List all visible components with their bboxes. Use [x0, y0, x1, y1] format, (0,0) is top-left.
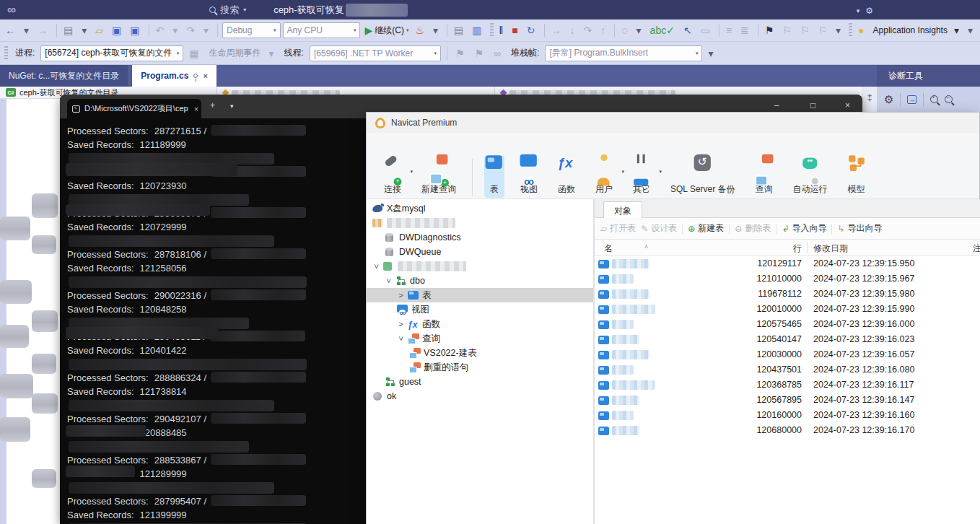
save-all-icon[interactable]: ▣: [128, 24, 144, 37]
dropdown-caret[interactable]: ▾: [952, 24, 963, 37]
pin-icon[interactable]: [193, 74, 198, 78]
stackframe-label[interactable]: 堆栈帧:: [509, 45, 541, 61]
toolbar-button[interactable]: SQL Server 备份: [666, 156, 740, 198]
overflow-caret[interactable]: ▾: [706, 47, 717, 60]
menu-item[interactable]: [417, 139, 433, 145]
table-row[interactable]: 119678112 2024-07-23 12:39:15.980: [595, 287, 980, 302]
dropdown-caret[interactable]: ▾: [170, 24, 182, 37]
zoom-out-icon[interactable]: [945, 95, 953, 103]
table-row[interactable]: 120437501 2024-07-23 12:39:16.080: [595, 362, 980, 377]
menu-item[interactable]: [48, 8, 61, 12]
stop-icon[interactable]: ■: [509, 24, 522, 37]
action-button[interactable]: ↲ 导入向导: [782, 222, 826, 235]
new-tab-icon[interactable]: +: [210, 100, 215, 110]
toolbar-button[interactable]: 自动运行: [789, 156, 832, 198]
menu-item[interactable]: [74, 8, 87, 12]
tree-item[interactable]: DWDiagnostics: [367, 230, 593, 245]
column-separator[interactable]: [807, 243, 808, 253]
dropdown-caret[interactable]: ▾: [201, 24, 213, 37]
close-icon[interactable]: ×: [203, 71, 207, 80]
dropdown-caret[interactable]: ▾: [79, 24, 91, 37]
menu-item[interactable]: [165, 8, 178, 12]
new-project-icon[interactable]: ▤: [61, 24, 77, 37]
tree-item[interactable]: 删重的语句: [367, 360, 593, 375]
step-into-icon[interactable]: ↓: [568, 24, 579, 37]
prev-bookmark-icon[interactable]: ⚐: [780, 24, 796, 37]
toolbar-button[interactable]: 模型: [844, 156, 870, 198]
column-name[interactable]: 名: [604, 243, 613, 255]
tree-item[interactable]: DWQueue: [367, 245, 593, 259]
overflow-caret[interactable]: ▾: [634, 24, 646, 37]
close-icon[interactable]: ×: [845, 100, 850, 110]
spell-check-icon[interactable]: abc✓: [648, 24, 679, 37]
dropdown-caret[interactable]: ▾: [431, 24, 442, 37]
preview-window-icon[interactable]: ▥: [470, 24, 486, 37]
restart-icon[interactable]: ↻: [525, 24, 540, 37]
vs-search-box[interactable]: 搜索 ▾: [209, 4, 246, 17]
dropdown-caret[interactable]: ▾: [22, 24, 33, 37]
splitter-handle[interactable]: ‡: [862, 87, 877, 112]
overflow-caret[interactable]: ▾: [966, 24, 977, 37]
menu-item[interactable]: [35, 8, 48, 12]
column-comment[interactable]: 注: [973, 243, 980, 255]
toolbar-button[interactable]: 函数: [554, 156, 579, 198]
menu-item[interactable]: [152, 8, 165, 12]
table-row[interactable]: 120540147 2024-07-23 12:39:16.023: [595, 332, 980, 347]
table-row[interactable]: 120575465 2024-07-23 12:39:16.000: [595, 317, 980, 332]
outdent-icon[interactable]: ≣: [738, 24, 753, 37]
terminal-tab[interactable]: D:\Microsoft\VS2022项目\cep ×: [67, 99, 201, 118]
maximize-icon[interactable]: □: [810, 100, 815, 110]
clear-bookmarks-icon[interactable]: ⚐: [815, 24, 831, 37]
action-button[interactable]: ⊕ 新建表: [688, 222, 724, 235]
table-row[interactable]: 120368785 2024-07-23 12:39:16.117: [595, 377, 980, 393]
document-tab[interactable]: Program.cs ×: [132, 65, 216, 87]
action-button[interactable]: ⊖ 删除表: [735, 222, 771, 235]
open-folder-icon[interactable]: ▱: [93, 24, 108, 37]
breakpoints-icon[interactable]: ◌: [619, 24, 631, 37]
chevron-down-icon[interactable]: ▾: [857, 7, 860, 14]
menu-item[interactable]: [369, 139, 385, 145]
hot-reload-icon[interactable]: ♨: [413, 24, 429, 37]
show-next-statement-icon[interactable]: →: [549, 24, 566, 37]
menu-item[interactable]: [87, 8, 100, 12]
navicat-titlebar[interactable]: Navicat Premium: [367, 113, 979, 133]
table-row[interactable]: 120010000 2024-07-23 12:39:15.990: [595, 302, 980, 317]
table-row[interactable]: 121010000 2024-07-23 12:39:15.967: [595, 271, 980, 287]
table-row[interactable]: 120160000 2024-07-23 12:39:16.160: [595, 408, 980, 423]
app-insights-label[interactable]: Application Insights: [871, 24, 950, 37]
toolbar-button[interactable]: 查询: [751, 156, 777, 198]
tree-item[interactable]: ˃: [367, 259, 593, 274]
tab-objects[interactable]: 对象: [603, 201, 642, 218]
lightbulb-icon[interactable]: ●: [856, 24, 868, 37]
menu-item[interactable]: [465, 139, 481, 145]
menu-item[interactable]: [178, 8, 191, 12]
menu-item[interactable]: [126, 8, 139, 12]
process-select[interactable]: [656724] ceph-获取可恢复的文件 ▾: [40, 45, 183, 61]
tree-item[interactable]: VS2022-建表: [367, 346, 593, 360]
stackframe-select[interactable]: [异常] Program.BulkInsert ▾: [545, 45, 702, 61]
undo-icon[interactable]: ↶: [154, 24, 169, 37]
thread-select[interactable]: [659696] .NET TP Worker ▾: [310, 45, 441, 61]
find-in-files-icon[interactable]: ▤: [452, 24, 468, 37]
pointer-icon[interactable]: ↖: [681, 24, 696, 37]
gear-icon[interactable]: ⚙: [884, 93, 893, 106]
menu-item[interactable]: [100, 8, 113, 12]
platform-select[interactable]: Any CPU ▾: [283, 22, 361, 38]
lifecycle-icon[interactable]: ▦: [187, 47, 203, 60]
tree-item[interactable]: [367, 216, 593, 230]
indent-icon[interactable]: ≡: [724, 24, 736, 37]
table-row[interactable]: 120567895 2024-07-23 12:39:16.147: [595, 393, 980, 408]
menu-item[interactable]: [61, 8, 74, 12]
thread-label[interactable]: 线程:: [282, 45, 306, 61]
continue-button[interactable]: ▶ 继续(C) ▾: [362, 23, 411, 38]
column-rows[interactable]: 行: [793, 243, 802, 255]
process-label[interactable]: 进程:: [13, 45, 37, 61]
menu-item[interactable]: [139, 8, 152, 12]
forward-icon[interactable]: →: [35, 24, 52, 37]
tree-item[interactable]: ˃ 函数: [367, 317, 593, 331]
tree-item[interactable]: ˃ 表: [367, 288, 593, 302]
tree-item[interactable]: X盘mysql: [367, 201, 593, 216]
document-tab[interactable]: NuGet: c...可恢复的文件目录 ×: [0, 65, 128, 87]
copy-structure-icon[interactable]: ▭: [699, 24, 714, 37]
flag-threads-icon[interactable]: ⚑: [473, 47, 489, 60]
